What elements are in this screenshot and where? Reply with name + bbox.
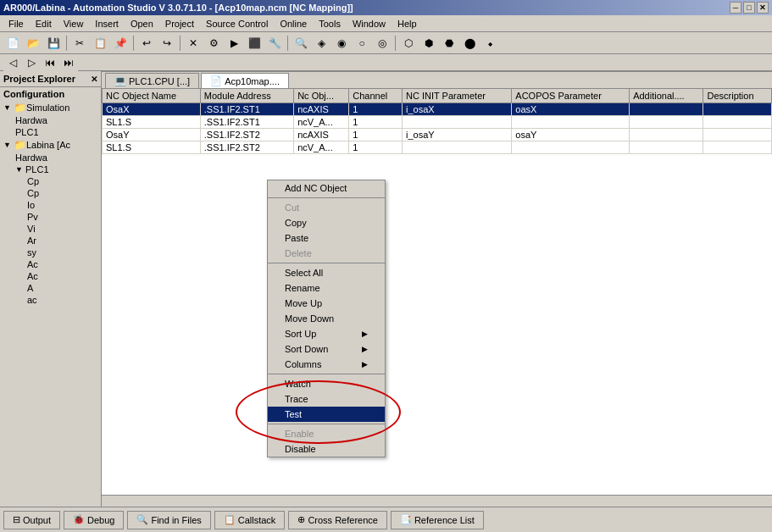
- maximize-button[interactable]: □: [743, 2, 755, 14]
- ref2-button[interactable]: ◉: [332, 35, 351, 52]
- build4-button[interactable]: 🔧: [265, 35, 284, 52]
- tb2-btn3[interactable]: ⏮: [41, 54, 59, 71]
- debug2-button[interactable]: ⬢: [419, 35, 438, 52]
- ctx-rename[interactable]: Rename: [268, 280, 385, 296]
- sidebar-item-pv[interactable]: Pv: [0, 211, 101, 223]
- expand-icon[interactable]: ▼: [3, 103, 14, 112]
- save-button[interactable]: 💾: [44, 35, 63, 52]
- debug4-button[interactable]: ⬤: [460, 35, 479, 52]
- menu-view[interactable]: View: [58, 17, 89, 30]
- sidebar-item-sy[interactable]: sy: [0, 247, 101, 258]
- bottom-tab-output[interactable]: ⊟ Output: [3, 511, 60, 529]
- tree-label: Ac: [27, 259, 38, 269]
- menu-online[interactable]: Online: [275, 17, 312, 30]
- sidebar-item-ar[interactable]: Ar: [0, 235, 101, 247]
- sidebar-item-a[interactable]: A: [0, 282, 101, 294]
- sidebar-item-io[interactable]: Io: [0, 199, 101, 211]
- sidebar-item-plc1a[interactable]: PLC1: [0, 126, 101, 138]
- paste-button[interactable]: 📌: [111, 35, 130, 52]
- menu-file[interactable]: File: [3, 17, 29, 30]
- menu-open[interactable]: Open: [125, 17, 158, 30]
- sidebar-item-plc1b[interactable]: ▼ PLC1: [0, 163, 101, 175]
- table-row[interactable]: OsaY .SS1.IF2.ST2 ncAXIS 1 i_osaY osaY: [103, 129, 772, 141]
- ctx-select-all-label: Select All: [285, 268, 323, 278]
- bottom-tab-callstack[interactable]: 📋 Callstack: [214, 511, 286, 529]
- build3-button[interactable]: ⬛: [245, 35, 264, 52]
- sidebar-item-hw2[interactable]: Hardwa: [0, 152, 101, 163]
- ctx-sort-down[interactable]: Sort Down ▶: [268, 341, 385, 357]
- sep4: [287, 36, 288, 51]
- ctx-watch[interactable]: Watch: [268, 376, 385, 391]
- menu-help[interactable]: Help: [392, 17, 422, 30]
- ctx-disable[interactable]: Disable: [268, 441, 385, 457]
- scrollbar-horizontal[interactable]: [102, 495, 772, 507]
- cell-channel: 1: [349, 141, 403, 154]
- bottom-tab-find-in-files[interactable]: 🔍 Find in Files: [127, 511, 210, 529]
- ctx-test[interactable]: Test: [268, 407, 385, 422]
- ref3-button[interactable]: ○: [353, 35, 371, 52]
- sidebar-item-labina[interactable]: ▼ 📁 Labina [Ac: [0, 138, 101, 152]
- ctx-trace[interactable]: Trace: [268, 391, 385, 407]
- menu-edit[interactable]: Edit: [31, 17, 57, 30]
- table-row[interactable]: SL1.S .SS1.IF2.ST1 ncV_A... 1: [103, 116, 772, 129]
- tab-acp10map[interactable]: 📄 Acp10map....: [201, 73, 289, 88]
- bottom-tab-debug[interactable]: 🐞 Debug: [64, 511, 124, 529]
- debug5-button[interactable]: ⬥: [480, 35, 499, 52]
- build-button[interactable]: ⚙: [204, 35, 223, 52]
- cell-init: [403, 141, 512, 154]
- minimize-button[interactable]: ─: [730, 2, 741, 14]
- open-button[interactable]: 📂: [24, 35, 42, 52]
- ctx-add-nc-object[interactable]: Add NC Object: [268, 180, 385, 196]
- expand-icon[interactable]: ▼: [3, 141, 14, 149]
- sidebar-item-cp1[interactable]: Cp: [0, 175, 101, 187]
- debug3-button[interactable]: ⬣: [440, 35, 458, 52]
- close-button[interactable]: ✕: [757, 2, 769, 14]
- build2-button[interactable]: ▶: [225, 35, 243, 52]
- ctx-move-down[interactable]: Move Down: [268, 311, 385, 326]
- tree-label: Cp: [27, 176, 39, 186]
- menu-tools[interactable]: Tools: [314, 17, 346, 30]
- ctx-sort-up[interactable]: Sort Up ▶: [268, 326, 385, 341]
- ctx-columns-label: Columns: [285, 359, 321, 369]
- menu-insert[interactable]: Insert: [90, 17, 124, 30]
- ctx-select-all[interactable]: Select All: [268, 265, 385, 280]
- bottom-tab-reference-list[interactable]: 📑 Reference List: [391, 511, 484, 529]
- table-row[interactable]: SL1.S .SS1.IF2.ST2 ncV_A... 1: [103, 141, 772, 154]
- debug1-button[interactable]: ⬡: [399, 35, 418, 52]
- sidebar-item-vi[interactable]: Vi: [0, 223, 101, 235]
- tb2-btn4[interactable]: ⏭: [59, 54, 78, 71]
- tab-plc1cpu[interactable]: 💻 PLC1.CPU [...]: [105, 73, 199, 88]
- ctx-enable[interactable]: Enable: [268, 426, 385, 441]
- redo-button[interactable]: ↪: [158, 35, 176, 52]
- delete-button[interactable]: ✕: [184, 35, 203, 52]
- tb2-btn1[interactable]: ◁: [3, 54, 22, 71]
- sidebar-close-button[interactable]: ✕: [91, 75, 97, 84]
- cut-button[interactable]: ✂: [70, 35, 89, 52]
- search-button[interactable]: 🔍: [292, 35, 310, 52]
- menu-window[interactable]: Window: [347, 17, 391, 30]
- table-row[interactable]: OsaX .SS1.IF2.ST1 ncAXIS 1 i_osaX oasX: [103, 103, 772, 116]
- ref1-button[interactable]: ◈: [312, 35, 330, 52]
- ref4-button[interactable]: ◎: [373, 35, 392, 52]
- sidebar-item-ac1[interactable]: Ac: [0, 258, 101, 270]
- ctx-delete[interactable]: Delete: [268, 246, 385, 261]
- copy-button[interactable]: 📋: [91, 35, 109, 52]
- menu-source-control[interactable]: Source Control: [201, 17, 273, 30]
- cell-additional: [630, 129, 703, 141]
- ctx-paste[interactable]: Paste: [268, 230, 385, 246]
- ctx-columns[interactable]: Columns ▶: [268, 357, 385, 372]
- ctx-cut[interactable]: Cut: [268, 200, 385, 215]
- ctx-copy[interactable]: Copy: [268, 215, 385, 230]
- expand-icon[interactable]: ▼: [15, 165, 25, 174]
- menu-project[interactable]: Project: [160, 17, 199, 30]
- bottom-tab-cross-reference[interactable]: ⊕ Cross Reference: [288, 511, 387, 529]
- sidebar-item-hw1[interactable]: Hardwa: [0, 114, 101, 126]
- ctx-move-up[interactable]: Move Up: [268, 296, 385, 311]
- undo-button[interactable]: ↩: [137, 35, 156, 52]
- sidebar-item-ac2[interactable]: Ac: [0, 270, 101, 282]
- sidebar-item-simulation[interactable]: ▼ 📁 Simulation: [0, 101, 101, 114]
- tb2-btn2[interactable]: ▷: [22, 54, 41, 71]
- sidebar-item-ac3[interactable]: ac: [0, 294, 101, 306]
- new-button[interactable]: 📄: [3, 35, 22, 52]
- sidebar-item-cp2[interactable]: Cp: [0, 187, 101, 199]
